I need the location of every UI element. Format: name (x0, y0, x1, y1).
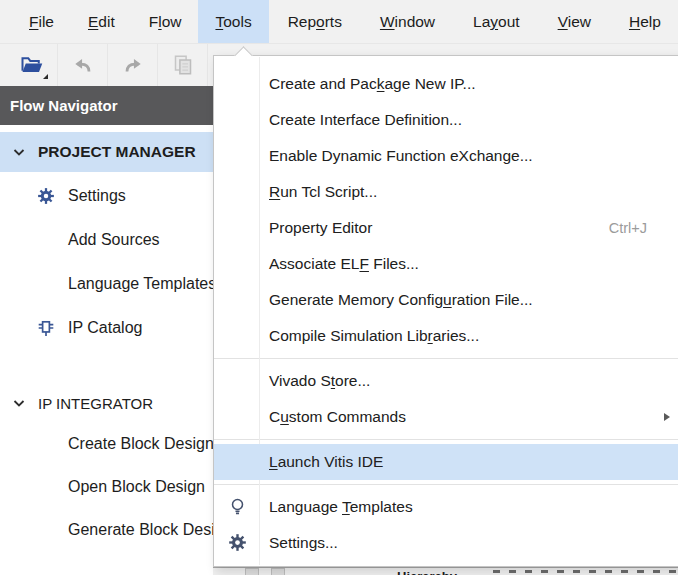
menu-label: File (29, 13, 54, 31)
sidebar-item-create-block-design[interactable]: Create Block Design (0, 424, 213, 464)
copy-icon (173, 55, 193, 75)
label-text: ore... (335, 372, 370, 389)
label-mnemonic: F (359, 255, 368, 272)
redo-button[interactable] (108, 44, 158, 86)
menu-window[interactable]: Window (361, 0, 454, 43)
open-folder-icon (21, 55, 44, 75)
label-text: indow (395, 13, 436, 30)
sidebar-item-generate-block-design[interactable]: Generate Block Design (0, 510, 213, 550)
gear-icon (37, 187, 55, 205)
menu-label: Help (629, 13, 661, 31)
sidebar-item-label: IP Catalog (68, 319, 142, 337)
sidebar-item-label: Create Block Design (68, 435, 213, 453)
menu-item-label: Create Interface Definition... (214, 111, 462, 129)
sidebar-item-add-sources[interactable]: Add Sources (0, 220, 213, 260)
copy-button[interactable] (158, 44, 208, 86)
redo-icon (123, 56, 143, 74)
label-text: Rep (288, 13, 316, 30)
label-text: ow (162, 13, 182, 30)
menu-separator (214, 484, 678, 485)
submenu-arrow-icon (664, 413, 670, 421)
menu-item-label: Associate ELF Files... (214, 255, 419, 273)
chevron-down-icon[interactable] (13, 399, 25, 408)
menu-item-associate-elf-files[interactable]: Associate ELF Files... (214, 246, 678, 282)
sidebar-item-label: Generate Block Design (68, 521, 213, 539)
sidebar-section-project-manager[interactable]: PROJECT MANAGER (0, 132, 213, 172)
label-text: ile (38, 13, 54, 30)
label-text: emplates (350, 498, 413, 515)
label-text: Generate Memory Config (269, 291, 443, 308)
panel-button-fragment (245, 568, 259, 575)
flow-navigator-title: Flow Navigator (0, 86, 213, 125)
menu-file[interactable]: File (12, 0, 71, 43)
label-mnemonic: u (280, 408, 289, 425)
label-text: dit (98, 13, 114, 30)
menu-bar: File Edit Flow Tools Reports Window Layo… (0, 0, 678, 44)
menu-view[interactable]: View (539, 0, 610, 43)
sidebar-item-open-block-design[interactable]: Open Block Design (0, 467, 213, 507)
label-text: out (498, 13, 520, 30)
label-text: stom Commands (289, 408, 406, 425)
open-project-button[interactable] (8, 44, 58, 86)
label-mnemonic: u (443, 291, 452, 308)
menu-help[interactable]: Help (610, 0, 678, 43)
menu-item-enable-dynamic-function-exchange[interactable]: Enable Dynamic Function eXchange... (214, 138, 678, 174)
menu-label: View (558, 13, 591, 31)
menu-item-launch-vitis-ide[interactable]: Launch Vitis IDE (214, 444, 678, 480)
flow-navigator-panel: Flow Navigator PROJECT MANAGER Settings … (0, 86, 213, 575)
tools-dropdown-menu: Create and Package New IP... Create Inte… (213, 55, 678, 567)
menu-item-create-and-package-new-ip[interactable]: Create and Package New IP... (214, 66, 678, 102)
label-text: rts (325, 13, 342, 30)
menu-flow[interactable]: Flow (132, 0, 199, 43)
sidebar-item-settings[interactable]: Settings (0, 176, 213, 216)
sidebar-section-label: IP INTEGRATOR (38, 395, 153, 412)
sidebar-section-ip-integrator[interactable]: IP INTEGRATOR (0, 383, 213, 423)
menu-tools[interactable]: Tools (198, 0, 268, 43)
dropdown-corner-icon (43, 74, 48, 79)
sidebar-item-label: Settings (68, 187, 126, 205)
menu-item-generate-memory-configuration-file[interactable]: Generate Memory Configuration File... (214, 282, 678, 318)
menu-item-compile-simulation-libraries[interactable]: Compile Simulation Libraries... (214, 318, 678, 354)
menu-item-language-templates[interactable]: Language Templates (214, 489, 678, 525)
label-mnemonic: E (88, 13, 98, 30)
label-mnemonic: o (316, 13, 325, 30)
label-mnemonic: L (269, 453, 278, 470)
menu-reports[interactable]: Reports (269, 0, 361, 43)
label-text: ools (223, 13, 251, 30)
menu-separator (214, 358, 678, 359)
menu-item-property-editor[interactable]: Property Editor Ctrl+J (214, 210, 678, 246)
label-text: aunch Vitis IDE (278, 453, 384, 470)
label-text: C (269, 408, 280, 425)
menu-item-create-interface-definition[interactable]: Create Interface Definition... (214, 102, 678, 138)
menu-item-label: Create and Package New IP... (214, 75, 476, 93)
menu-item-label: Vivado Store... (214, 372, 370, 390)
sidebar-item-ip-catalog[interactable]: IP Catalog (0, 308, 213, 348)
menu-item-label: Custom Commands (214, 408, 406, 426)
menu-layout[interactable]: Layout (454, 0, 539, 43)
menu-item-settings[interactable]: Settings... (214, 525, 678, 561)
menu-item-label: Property Editor (214, 219, 372, 237)
label-mnemonic: V (558, 13, 568, 30)
label-text: age New IP... (384, 75, 475, 92)
sidebar-item-label: Open Block Design (68, 478, 205, 496)
sidebar-item-language-templates[interactable]: Language Templates (0, 264, 213, 304)
label-text: Create Interface Definition... (269, 111, 462, 128)
menu-item-run-tcl-script[interactable]: Run Tcl Script... (214, 174, 678, 210)
undo-button[interactable] (58, 44, 108, 86)
menu-item-custom-commands[interactable]: Custom Commands (214, 399, 678, 435)
chevron-down-icon[interactable] (13, 148, 25, 157)
gear-icon (228, 533, 247, 552)
menu-item-label: Launch Vitis IDE (214, 453, 383, 471)
label-text: Files... (369, 255, 419, 272)
sidebar-item-label: Add Sources (68, 231, 160, 249)
occluded-sources-panel-strip: Hierarchy (213, 567, 678, 575)
menu-label: Flow (149, 13, 182, 31)
undo-icon (73, 56, 93, 74)
label-mnemonic: y (490, 13, 498, 30)
ip-chip-icon (37, 319, 55, 337)
sidebar-item-label: Language Templates (68, 275, 213, 293)
menu-edit[interactable]: Edit (71, 0, 132, 43)
label-text: Settings... (269, 534, 338, 551)
label-text: Compile Simulation Lib (269, 327, 428, 344)
menu-item-vivado-store[interactable]: Vivado Store... (214, 363, 678, 399)
